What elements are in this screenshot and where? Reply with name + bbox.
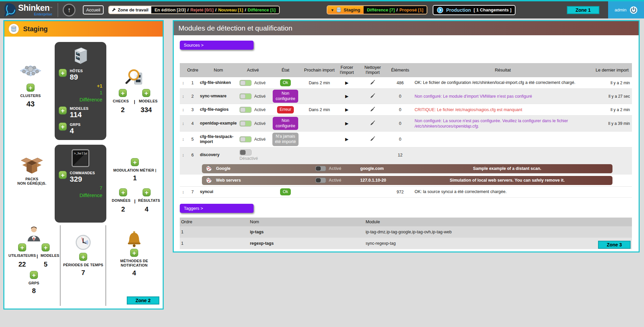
rule-enabled-toggle[interactable] [315, 178, 326, 183]
drag-handle-icon[interactable]: ↕ [180, 93, 186, 100]
clusters-label[interactable]: CLUSTERS [7, 94, 54, 98]
hosts-block: + HÔTES 89 +1 1 Différence + MODELES 114… [55, 42, 106, 140]
packs-label-line2: NON GÉRÉ(E)S. [10, 181, 53, 185]
source-name[interactable]: syncui [199, 188, 238, 195]
taggers-table: Ordre Nom Module 1 ip-tags ip-tag-dmz,ip… [180, 218, 632, 249]
drag-handle-icon[interactable]: ↕ [180, 120, 186, 127]
taggers-button[interactable]: Taggers > [180, 204, 254, 213]
add-resultats-button[interactable]: + [143, 188, 151, 196]
notif-label-line1[interactable]: MÉTHODES DE [108, 259, 161, 263]
broom-icon[interactable] [370, 93, 375, 98]
force-import-icon[interactable]: ▶ [345, 137, 348, 142]
staging-menu[interactable]: ▼ Staging Différence [7] / Proposé [1] [327, 5, 428, 14]
broom-icon[interactable] [370, 120, 375, 126]
notif-label-line2: NOTIFICATION [108, 263, 161, 267]
grps-label[interactable]: GRPS [70, 123, 80, 127]
enabled-toggle[interactable] [239, 149, 252, 155]
enabled-toggle[interactable] [239, 93, 252, 99]
force-import-icon[interactable]: ▶ [345, 94, 348, 99]
hosts-difference-label[interactable]: Différence [59, 96, 102, 103]
navbar-divider [58, 3, 58, 17]
commands-difference-label[interactable]: Différence [59, 192, 102, 199]
users-modeles-label[interactable]: MODELES [41, 253, 59, 258]
production-button[interactable]: Production [ 1 Changements ] [433, 5, 516, 15]
brand-subtitle: Enterprise [18, 12, 52, 16]
home-button[interactable]: Accueil [83, 5, 104, 14]
users-label[interactable]: UTILISATEURS [8, 253, 34, 258]
drag-handle-icon[interactable]: ↕ [180, 188, 186, 195]
add-check-button[interactable]: + [119, 89, 127, 97]
modeles-label[interactable]: MODELES [70, 106, 89, 110]
add-command-button[interactable]: + [59, 171, 67, 179]
donnees-label[interactable]: DONNÉES [111, 198, 131, 202]
add-host-button[interactable]: + [59, 69, 67, 77]
server-icon [71, 46, 90, 65]
enabled-toggle[interactable] [239, 80, 252, 86]
source-name[interactable]: sync-vmware [199, 93, 238, 100]
workzone-menu[interactable]: Zone de travail En édition [2/3] / Rejet… [108, 6, 280, 14]
user-menu[interactable]: admin [608, 1, 644, 18]
add-user-group-button[interactable]: + [30, 271, 38, 279]
users-grps-value: 8 [9, 287, 59, 295]
hosts-value: 89 [70, 73, 83, 82]
row-order: 6 [186, 152, 199, 158]
add-timeperiod-button[interactable]: + [79, 253, 87, 261]
add-modulation-button[interactable]: + [131, 158, 139, 166]
rule-enabled-toggle[interactable] [315, 166, 326, 171]
rule-name: Web servers [216, 178, 315, 183]
modulation-value: 1 [108, 174, 161, 182]
discovery-rule-row[interactable]: Web servers Activé 127.0.1.10-20 Simulat… [202, 176, 612, 185]
checks-modeles-label[interactable]: MODELES [138, 99, 159, 103]
hosts-label[interactable]: HÔTES [70, 69, 83, 73]
power-icon[interactable] [630, 6, 638, 14]
source-name[interactable]: openldap-example [199, 120, 238, 127]
broom-icon[interactable] [370, 80, 375, 85]
enabled-label: Activé [254, 81, 266, 85]
enabled-label: Désactivé [239, 156, 258, 161]
add-notification-method-button[interactable]: + [130, 249, 138, 257]
broom-icon[interactable] [370, 136, 375, 141]
force-import-icon[interactable]: ▶ [345, 107, 348, 112]
source-name[interactable]: cfg-file-nagios [199, 106, 238, 113]
packs-label-line1[interactable]: PACKS [10, 177, 53, 181]
sources-button[interactable]: Sources > [180, 41, 254, 50]
users-block: + + UTILISATEURS | MODELES 22 5 + GRPS 8 [9, 225, 59, 295]
periods-label[interactable]: PÉRIODES DE TEMPS [62, 263, 104, 267]
resultats-label[interactable]: RÉSULTATS [138, 198, 159, 202]
scroll-top-button[interactable]: ↑ [63, 4, 75, 16]
source-name[interactable]: discovery [199, 151, 238, 158]
user-icon [25, 225, 42, 242]
add-user-model-button[interactable]: + [42, 243, 50, 251]
add-donnees-button[interactable]: + [119, 188, 127, 196]
enabled-toggle[interactable] [239, 121, 252, 127]
add-host-model-button[interactable]: + [59, 106, 67, 114]
add-host-group-button[interactable]: + [59, 123, 67, 131]
source-name[interactable]: cfg-file-shinken [199, 79, 238, 86]
checks-label[interactable]: CHECKS [110, 99, 131, 103]
drag-handle-icon[interactable]: ↕ [180, 136, 186, 143]
status-badge: N'a jamais été importé [272, 133, 299, 146]
users-grps-label[interactable]: GRPS [9, 281, 59, 285]
commands-label[interactable]: COMMANDES [70, 171, 95, 175]
staging-dropdown-button[interactable]: ▼ Staging [327, 6, 364, 14]
tagger-module: sync-regexp-tag [364, 240, 632, 247]
enabled-toggle[interactable] [239, 107, 252, 113]
drag-handle-icon[interactable]: ↕ [180, 151, 186, 158]
force-import-icon[interactable]: ▶ [345, 121, 348, 126]
tagger-row[interactable]: 1 ip-tags ip-tag-dmz,ip-tag-google,ip-ta… [180, 226, 632, 238]
enabled-toggle[interactable] [239, 136, 252, 142]
discovery-rule-row[interactable]: Google Activé google.com Sample example … [202, 164, 612, 173]
force-import-icon[interactable]: ▶ [345, 80, 348, 85]
source-name[interactable]: cfg-file-testpack-import [199, 133, 238, 145]
shinken-brand[interactable]: Shinken™ Enterprise [0, 1, 58, 18]
workzone-button[interactable]: Zone de travail [109, 6, 151, 13]
drag-handle-icon[interactable]: ↕ [180, 79, 186, 86]
rule-description: Simulation of local web servers. You can… [445, 178, 570, 183]
tagger-row[interactable]: 1 regexp-tags sync-regexp-tag [180, 238, 632, 249]
drag-handle-icon[interactable]: ↕ [180, 106, 186, 113]
add-check-model-button[interactable]: + [142, 89, 150, 97]
modulation-label[interactable]: MODULATION MÉTIER | [108, 168, 161, 172]
add-user-button[interactable]: + [18, 243, 26, 251]
broom-icon[interactable] [370, 106, 375, 112]
add-cluster-button[interactable]: + [26, 84, 35, 92]
